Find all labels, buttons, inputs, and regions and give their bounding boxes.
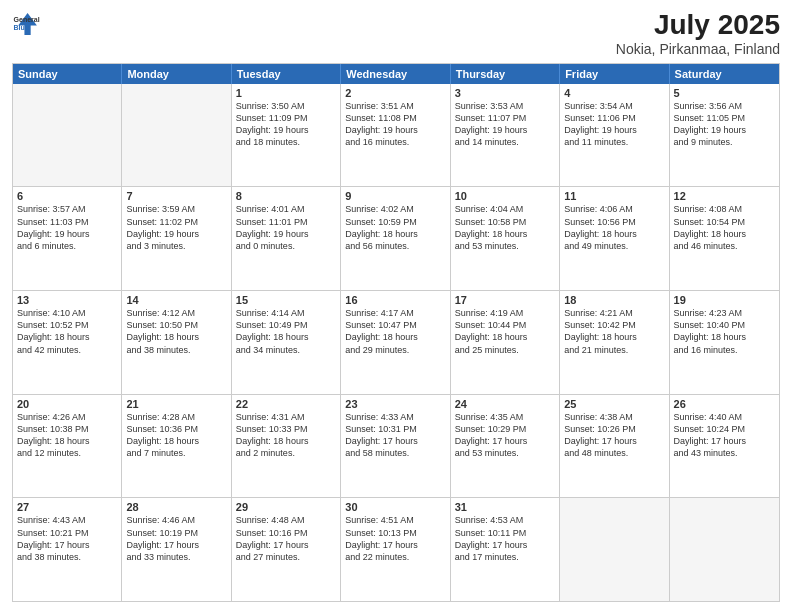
day-content: Sunrise: 4:19 AM Sunset: 10:44 PM Daylig…	[455, 307, 555, 356]
header-day-wednesday: Wednesday	[341, 64, 450, 84]
day-cell-1: 1Sunrise: 3:50 AM Sunset: 11:09 PM Dayli…	[232, 84, 341, 187]
day-cell-22: 22Sunrise: 4:31 AM Sunset: 10:33 PM Dayl…	[232, 395, 341, 498]
day-number: 28	[126, 501, 226, 513]
day-cell-29: 29Sunrise: 4:48 AM Sunset: 10:16 PM Dayl…	[232, 498, 341, 601]
day-cell-2: 2Sunrise: 3:51 AM Sunset: 11:08 PM Dayli…	[341, 84, 450, 187]
day-content: Sunrise: 4:23 AM Sunset: 10:40 PM Daylig…	[674, 307, 775, 356]
day-content: Sunrise: 4:43 AM Sunset: 10:21 PM Daylig…	[17, 514, 117, 563]
day-cell-19: 19Sunrise: 4:23 AM Sunset: 10:40 PM Dayl…	[670, 291, 779, 394]
day-number: 13	[17, 294, 117, 306]
day-content: Sunrise: 4:33 AM Sunset: 10:31 PM Daylig…	[345, 411, 445, 460]
day-cell-28: 28Sunrise: 4:46 AM Sunset: 10:19 PM Dayl…	[122, 498, 231, 601]
day-cell-6: 6Sunrise: 3:57 AM Sunset: 11:03 PM Dayli…	[13, 187, 122, 290]
calendar-subtitle: Nokia, Pirkanmaa, Finland	[616, 41, 780, 57]
day-cell-4: 4Sunrise: 3:54 AM Sunset: 11:06 PM Dayli…	[560, 84, 669, 187]
calendar-row-0: 1Sunrise: 3:50 AM Sunset: 11:09 PM Dayli…	[13, 84, 779, 187]
day-content: Sunrise: 4:14 AM Sunset: 10:49 PM Daylig…	[236, 307, 336, 356]
day-number: 27	[17, 501, 117, 513]
day-content: Sunrise: 4:51 AM Sunset: 10:13 PM Daylig…	[345, 514, 445, 563]
calendar-row-1: 6Sunrise: 3:57 AM Sunset: 11:03 PM Dayli…	[13, 186, 779, 290]
day-number: 9	[345, 190, 445, 202]
day-number: 21	[126, 398, 226, 410]
svg-text:General: General	[14, 16, 40, 23]
day-content: Sunrise: 3:51 AM Sunset: 11:08 PM Daylig…	[345, 100, 445, 149]
day-cell-3: 3Sunrise: 3:53 AM Sunset: 11:07 PM Dayli…	[451, 84, 560, 187]
day-content: Sunrise: 4:01 AM Sunset: 11:01 PM Daylig…	[236, 203, 336, 252]
header-day-friday: Friday	[560, 64, 669, 84]
calendar-row-2: 13Sunrise: 4:10 AM Sunset: 10:52 PM Dayl…	[13, 290, 779, 394]
logo: General Blue	[12, 10, 44, 38]
day-content: Sunrise: 3:54 AM Sunset: 11:06 PM Daylig…	[564, 100, 664, 149]
day-cell-14: 14Sunrise: 4:12 AM Sunset: 10:50 PM Dayl…	[122, 291, 231, 394]
day-content: Sunrise: 4:53 AM Sunset: 10:11 PM Daylig…	[455, 514, 555, 563]
day-number: 12	[674, 190, 775, 202]
day-number: 14	[126, 294, 226, 306]
day-number: 10	[455, 190, 555, 202]
empty-cell	[670, 498, 779, 601]
day-content: Sunrise: 4:08 AM Sunset: 10:54 PM Daylig…	[674, 203, 775, 252]
day-content: Sunrise: 4:28 AM Sunset: 10:36 PM Daylig…	[126, 411, 226, 460]
header-day-monday: Monday	[122, 64, 231, 84]
day-content: Sunrise: 4:06 AM Sunset: 10:56 PM Daylig…	[564, 203, 664, 252]
day-cell-30: 30Sunrise: 4:51 AM Sunset: 10:13 PM Dayl…	[341, 498, 450, 601]
day-content: Sunrise: 4:04 AM Sunset: 10:58 PM Daylig…	[455, 203, 555, 252]
day-content: Sunrise: 3:57 AM Sunset: 11:03 PM Daylig…	[17, 203, 117, 252]
day-number: 11	[564, 190, 664, 202]
title-block: July 2025 Nokia, Pirkanmaa, Finland	[616, 10, 780, 57]
day-number: 5	[674, 87, 775, 99]
day-content: Sunrise: 4:35 AM Sunset: 10:29 PM Daylig…	[455, 411, 555, 460]
day-content: Sunrise: 4:38 AM Sunset: 10:26 PM Daylig…	[564, 411, 664, 460]
day-number: 7	[126, 190, 226, 202]
header-day-tuesday: Tuesday	[232, 64, 341, 84]
day-content: Sunrise: 4:17 AM Sunset: 10:47 PM Daylig…	[345, 307, 445, 356]
logo-icon: General Blue	[12, 10, 40, 38]
day-cell-17: 17Sunrise: 4:19 AM Sunset: 10:44 PM Dayl…	[451, 291, 560, 394]
day-cell-24: 24Sunrise: 4:35 AM Sunset: 10:29 PM Dayl…	[451, 395, 560, 498]
calendar-row-4: 27Sunrise: 4:43 AM Sunset: 10:21 PM Dayl…	[13, 497, 779, 601]
day-content: Sunrise: 4:31 AM Sunset: 10:33 PM Daylig…	[236, 411, 336, 460]
day-content: Sunrise: 4:12 AM Sunset: 10:50 PM Daylig…	[126, 307, 226, 356]
page: General Blue July 2025 Nokia, Pirkanmaa,…	[0, 0, 792, 612]
header-day-sunday: Sunday	[13, 64, 122, 84]
day-number: 4	[564, 87, 664, 99]
day-cell-20: 20Sunrise: 4:26 AM Sunset: 10:38 PM Dayl…	[13, 395, 122, 498]
day-cell-15: 15Sunrise: 4:14 AM Sunset: 10:49 PM Dayl…	[232, 291, 341, 394]
day-content: Sunrise: 4:46 AM Sunset: 10:19 PM Daylig…	[126, 514, 226, 563]
day-cell-5: 5Sunrise: 3:56 AM Sunset: 11:05 PM Dayli…	[670, 84, 779, 187]
day-content: Sunrise: 4:02 AM Sunset: 10:59 PM Daylig…	[345, 203, 445, 252]
day-number: 17	[455, 294, 555, 306]
day-number: 20	[17, 398, 117, 410]
day-content: Sunrise: 3:50 AM Sunset: 11:09 PM Daylig…	[236, 100, 336, 149]
day-content: Sunrise: 3:53 AM Sunset: 11:07 PM Daylig…	[455, 100, 555, 149]
header-day-saturday: Saturday	[670, 64, 779, 84]
day-content: Sunrise: 4:26 AM Sunset: 10:38 PM Daylig…	[17, 411, 117, 460]
calendar-row-3: 20Sunrise: 4:26 AM Sunset: 10:38 PM Dayl…	[13, 394, 779, 498]
day-number: 23	[345, 398, 445, 410]
day-number: 1	[236, 87, 336, 99]
day-number: 29	[236, 501, 336, 513]
svg-text:Blue: Blue	[14, 24, 29, 31]
day-cell-25: 25Sunrise: 4:38 AM Sunset: 10:26 PM Dayl…	[560, 395, 669, 498]
day-cell-12: 12Sunrise: 4:08 AM Sunset: 10:54 PM Dayl…	[670, 187, 779, 290]
day-cell-18: 18Sunrise: 4:21 AM Sunset: 10:42 PM Dayl…	[560, 291, 669, 394]
day-cell-26: 26Sunrise: 4:40 AM Sunset: 10:24 PM Dayl…	[670, 395, 779, 498]
day-number: 30	[345, 501, 445, 513]
day-number: 8	[236, 190, 336, 202]
header-day-thursday: Thursday	[451, 64, 560, 84]
day-cell-16: 16Sunrise: 4:17 AM Sunset: 10:47 PM Dayl…	[341, 291, 450, 394]
empty-cell	[122, 84, 231, 187]
day-cell-23: 23Sunrise: 4:33 AM Sunset: 10:31 PM Dayl…	[341, 395, 450, 498]
day-number: 6	[17, 190, 117, 202]
day-content: Sunrise: 3:59 AM Sunset: 11:02 PM Daylig…	[126, 203, 226, 252]
day-number: 3	[455, 87, 555, 99]
day-content: Sunrise: 3:56 AM Sunset: 11:05 PM Daylig…	[674, 100, 775, 149]
day-cell-9: 9Sunrise: 4:02 AM Sunset: 10:59 PM Dayli…	[341, 187, 450, 290]
day-content: Sunrise: 4:21 AM Sunset: 10:42 PM Daylig…	[564, 307, 664, 356]
day-cell-13: 13Sunrise: 4:10 AM Sunset: 10:52 PM Dayl…	[13, 291, 122, 394]
empty-cell	[13, 84, 122, 187]
day-cell-8: 8Sunrise: 4:01 AM Sunset: 11:01 PM Dayli…	[232, 187, 341, 290]
day-content: Sunrise: 4:40 AM Sunset: 10:24 PM Daylig…	[674, 411, 775, 460]
day-number: 18	[564, 294, 664, 306]
day-number: 19	[674, 294, 775, 306]
day-number: 25	[564, 398, 664, 410]
